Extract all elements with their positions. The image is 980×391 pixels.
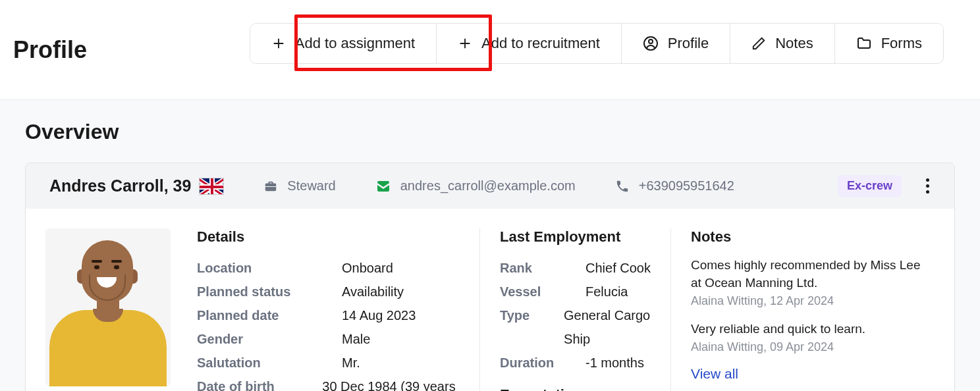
add-to-recruitment-button[interactable]: Add to recruitment	[437, 24, 622, 63]
note-meta: Alaina Witting, 12 Apr 2024	[691, 294, 931, 308]
envelope-icon	[375, 178, 391, 194]
emp-value: Chief Cook	[585, 256, 651, 280]
emp-key: Rank	[500, 256, 585, 280]
emp-key: Vessel	[500, 280, 585, 303]
overview-heading: Overview	[25, 120, 955, 144]
phone-icon	[615, 179, 630, 194]
expectations-heading: Expectations	[500, 386, 651, 391]
phone-display: +639095951642	[615, 178, 734, 194]
folder-icon	[856, 36, 872, 51]
button-label: Forms	[881, 35, 922, 52]
employment-heading: Last Employment	[500, 228, 651, 246]
button-label: Profile	[668, 35, 709, 52]
forms-button[interactable]: Forms	[835, 24, 943, 63]
phone-text: +639095951642	[639, 178, 734, 194]
emp-key: Duration	[500, 351, 585, 375]
detail-key: Planned date	[197, 303, 342, 327]
email-text: andres_carroll@example.com	[400, 178, 576, 194]
note-text: Comes highly recommended by Miss Lee at …	[691, 256, 931, 292]
role-text: Steward	[287, 178, 335, 194]
details-section: Details LocationOnboard Planned statusAv…	[190, 228, 480, 391]
email-display: andres_carroll@example.com	[375, 178, 576, 194]
detail-value: Male	[342, 327, 370, 351]
detail-key: Gender	[197, 327, 342, 351]
emp-value: -1 months	[585, 351, 644, 375]
more-menu-button[interactable]	[921, 173, 935, 199]
role-display: Steward	[263, 178, 335, 194]
detail-value: 30 Dec 1984 (39 years old)	[322, 375, 460, 391]
note-text: Very reliable and quick to learn.	[691, 320, 931, 338]
notes-heading: Notes	[691, 228, 931, 246]
detail-value: Availability	[342, 280, 404, 303]
profile-button[interactable]: Profile	[622, 24, 730, 63]
button-label: Add to assignment	[295, 35, 415, 52]
plus-icon	[458, 36, 472, 51]
person-name-age: Andres Carroll, 39	[49, 176, 191, 195]
view-all-link[interactable]: View all	[691, 366, 738, 381]
notes-button[interactable]: Notes	[730, 24, 834, 63]
detail-value: Onboard	[342, 256, 393, 280]
emp-value: General Cargo Ship	[564, 303, 651, 351]
detail-value: Mr.	[342, 351, 360, 375]
button-label: Notes	[775, 35, 813, 52]
notes-section: Notes Comes highly recommended by Miss L…	[671, 228, 935, 391]
detail-key: Location	[197, 256, 342, 280]
user-circle-icon	[643, 36, 659, 51]
person-card-header: Andres Carroll, 39 Steward andres_carrol…	[26, 163, 954, 209]
note-meta: Alaina Witting, 09 Apr 2024	[691, 340, 931, 354]
employment-section: Last Employment RankChief Cook VesselFel…	[480, 228, 671, 391]
pencil-icon	[751, 36, 766, 51]
svg-point-5	[649, 39, 653, 43]
detail-value: 14 Aug 2023	[342, 303, 416, 327]
uk-flag-icon	[199, 178, 224, 195]
plus-icon	[271, 36, 286, 51]
person-card: Andres Carroll, 39 Steward andres_carrol…	[25, 163, 955, 391]
add-to-assignment-button[interactable]: Add to assignment	[250, 24, 437, 63]
detail-key: Planned status	[197, 280, 342, 303]
detail-key: Salutation	[197, 351, 342, 375]
emp-value: Felucia	[585, 280, 628, 303]
status-badge: Ex-crew	[838, 175, 902, 197]
emp-key: Type	[500, 303, 564, 351]
action-button-group: Add to assignment Add to recruitment Pro…	[250, 23, 944, 64]
details-heading: Details	[197, 228, 460, 246]
detail-key: Date of birth	[197, 375, 322, 391]
page-title: Profile	[13, 36, 87, 64]
button-label: Add to recruitment	[481, 35, 600, 52]
briefcase-icon	[263, 179, 278, 194]
avatar	[45, 228, 171, 386]
